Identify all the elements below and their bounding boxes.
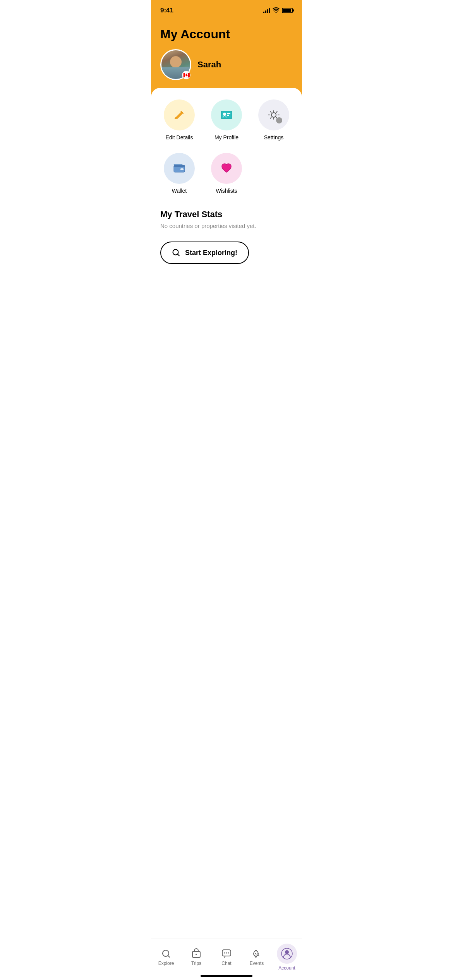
my-profile-item[interactable]: My Profile [208, 99, 245, 140]
start-exploring-button[interactable]: Start Exploring! [160, 242, 249, 264]
svg-rect-0 [221, 111, 232, 119]
avatar-container[interactable]: 🇨🇦 [160, 49, 191, 80]
wifi-icon [273, 7, 280, 14]
wallet-label: Wallet [172, 188, 187, 194]
travel-stats-section: My Travel Stats No countries or properti… [160, 209, 293, 229]
profile-card-icon [219, 108, 234, 122]
wishlists-item[interactable]: Wishlists [208, 153, 245, 194]
user-info: 🇨🇦 Sarah [160, 49, 293, 80]
status-icons [263, 7, 293, 14]
wishlists-label: Wishlists [216, 188, 237, 194]
pencil-icon [172, 108, 187, 122]
settings-icon-circle [258, 99, 289, 130]
signal-icon [263, 8, 270, 13]
status-bar: 9:41 [151, 0, 302, 19]
settings-dot [276, 117, 282, 123]
battery-icon [282, 8, 293, 13]
settings-label: Settings [264, 134, 284, 140]
svg-point-1 [223, 113, 226, 116]
heart-icon [219, 161, 234, 176]
flag-badge: 🇨🇦 [182, 71, 190, 79]
menu-grid-row2: Wallet Wishlists [160, 153, 293, 194]
page-title: My Account [160, 27, 293, 41]
edit-details-label: Edit Details [166, 134, 193, 140]
empty-slot [255, 153, 293, 194]
settings-item[interactable]: Settings [255, 99, 293, 140]
my-profile-label: My Profile [214, 134, 239, 140]
my-profile-icon-circle [211, 99, 242, 130]
username: Sarah [197, 60, 221, 70]
wallet-icon [172, 161, 187, 176]
svg-rect-6 [180, 168, 184, 170]
wallet-icon-circle [164, 153, 195, 184]
edit-details-icon-circle [164, 99, 195, 130]
svg-rect-2 [227, 113, 230, 114]
svg-rect-3 [227, 115, 229, 116]
menu-grid-row1: Edit Details My Profile [160, 99, 293, 140]
travel-stats-title: My Travel Stats [160, 209, 293, 219]
main-content: Edit Details My Profile [151, 88, 302, 330]
wallet-item[interactable]: Wallet [160, 153, 198, 194]
edit-details-item[interactable]: Edit Details [160, 99, 198, 140]
wishlists-icon-circle [211, 153, 242, 184]
header: My Account 🇨🇦 Sarah [151, 19, 302, 96]
status-time: 9:41 [160, 7, 173, 14]
search-icon [172, 248, 180, 257]
travel-stats-subtitle: No countries or properties visited yet. [160, 223, 293, 229]
svg-rect-5 [174, 165, 185, 167]
start-exploring-label: Start Exploring! [185, 249, 237, 257]
